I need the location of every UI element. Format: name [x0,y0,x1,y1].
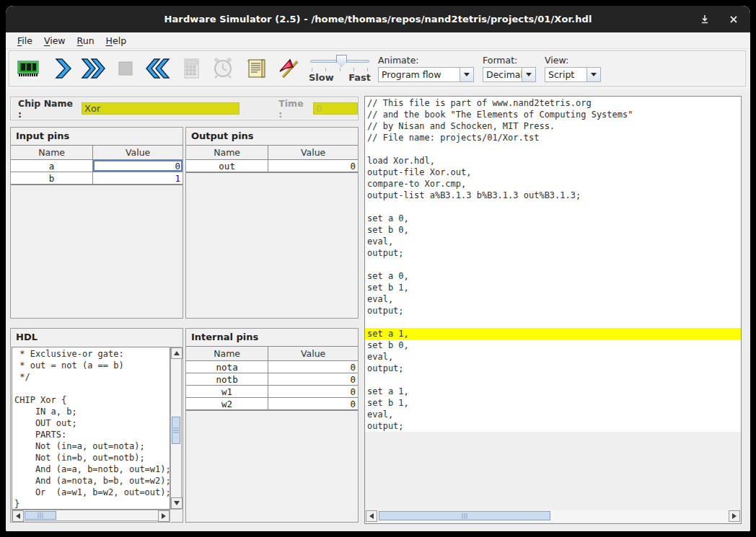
time-label: Time : [278,98,309,120]
script-line [365,143,741,155]
hdl-line: PARTS: [12,429,170,440]
pin-value-cell[interactable]: 0 [268,373,358,385]
hdl-horizontal-scrollbar[interactable] [12,510,170,521]
minimize-button[interactable] [698,13,711,26]
scroll-left-button[interactable] [366,510,377,522]
animate-select[interactable]: Program flow [378,67,474,82]
input-pins-panel: Input pins NameValuea0b1 [10,127,183,319]
run-icon [79,56,108,81]
menu-item-view[interactable]: View [38,33,71,48]
single-step-button[interactable] [46,53,78,84]
title-bar[interactable]: Hardware Simulator (2.5) - /home/thomas/… [6,6,750,32]
chevron-down-icon[interactable] [586,68,600,81]
pin-row-w2: w20 [186,398,358,410]
hdl-vscroll-thumb[interactable] [172,417,180,444]
run-button[interactable] [78,53,110,84]
pin-name: w1 [186,386,268,397]
stop-button [110,53,141,84]
slider-fast-label: Fast [348,72,371,83]
pin-table-header: NameValue [186,347,358,361]
rewind-icon [143,56,172,81]
hdl-line: And (a=a, b=notb, out=w1); [12,463,170,475]
format-select[interactable]: Decimal [483,67,536,82]
output-pins-title: Output pins [186,128,358,145]
script-line: set a 0, [365,270,741,282]
script-line: eval, [365,236,741,247]
script-line: set b 1, [365,282,741,293]
pin-name: b [11,172,93,184]
hdl-line: CHIP Xor { [12,394,170,406]
name-column-header: Name [11,146,93,159]
script-line: output-list a%B3.1.3 b%B3.1.3 out%B3.1.3… [365,190,741,201]
menu-item-file[interactable]: File [12,33,38,48]
speed-slider-thumb[interactable] [336,55,347,67]
rewind-button[interactable] [141,53,173,84]
menu-item-run[interactable]: Run [71,33,100,48]
pin-value-cell[interactable]: 0 [93,160,183,172]
eval-button [175,53,207,84]
pin-name: a [11,160,93,172]
chevron-down-icon[interactable] [460,68,473,81]
menu-bar: FileViewRunHelp [6,32,750,49]
eval-calculator-icon [178,56,204,81]
hdl-vertical-scrollbar[interactable] [170,347,182,510]
view-select[interactable]: Script [545,67,601,82]
script-view[interactable]: // This file is part of www.nand2tetris.… [365,97,741,432]
script-line: // File name: projects/01/Xor.tst [365,132,741,143]
script-line [365,259,741,270]
pin-value-cell[interactable]: 0 [268,160,358,172]
toolbar-wrap: Slow Fast Animate: Program flow Format: … [6,49,750,89]
chip-name-label: Chip Name : [18,98,77,120]
hdl-hscroll-thumb[interactable] [25,511,56,520]
hdl-line: */ [12,371,170,383]
hdl-line [12,383,170,394]
scroll-left-button[interactable] [12,510,24,522]
hdl-line: And (a=nota, b=b, out=w2); [12,475,170,487]
pin-value-cell[interactable]: 0 [268,398,358,409]
script-line: set b 0, [365,224,741,236]
pin-row-b: b1 [11,172,183,185]
chip-name-field[interactable]: Xor [82,102,239,115]
hardware-simulator-window: Hardware Simulator (2.5) - /home/thomas/… [6,6,750,531]
hdl-line: * Exclusive-or gate: [12,348,170,360]
hdl-line: OUT out; [12,417,170,429]
hdl-code-view[interactable]: * Exclusive-or gate: * out = not (a == b… [12,347,170,510]
clock-icon [210,56,236,81]
pin-value-cell[interactable]: 0 [268,386,358,397]
pin-name: out [186,160,268,172]
format-value: Decimal [483,68,522,81]
script-line: compare-to Xor.cmp, [365,178,741,190]
internal-pins-title: Internal pins [186,329,358,346]
load-script-button[interactable] [241,53,273,84]
output-pins-table: NameValueout0 [186,145,358,173]
script-line: // and the book "The Elements of Computi… [365,109,741,120]
pin-name: notb [186,373,268,385]
script-line: output-file Xor.out, [365,167,741,178]
scroll-right-button[interactable] [158,510,170,522]
pin-table-header: NameValue [186,146,358,160]
pin-name: nota [186,361,268,373]
menu-item-help[interactable]: Help [100,33,133,48]
breakpoints-icon [276,56,302,81]
scroll-up-button[interactable] [171,347,183,359]
breakpoints-button[interactable] [273,53,304,84]
script-panel: // This file is part of www.nand2tetris.… [364,96,742,524]
scroll-down-button[interactable] [171,497,183,509]
internal-pins-panel: Internal pins NameValuenota0notb0w10w20 [185,328,359,523]
input-pins-table: NameValuea0b1 [11,145,183,185]
scroll-right-button[interactable] [729,510,740,522]
script-hscroll-thumb[interactable] [379,511,550,520]
pin-value-cell[interactable]: 0 [268,361,358,373]
pin-row-w1: w10 [186,386,358,398]
chevron-down-icon[interactable] [522,68,535,81]
main-area: Chip Name : Xor Time : 0 Input pins Name… [6,89,750,531]
window-title: Hardware Simulator (2.5) - /home/thomas/… [164,14,592,25]
load-chip-button[interactable] [12,53,44,84]
hdl-title: HDL [11,329,183,346]
input-pins-title: Input pins [11,128,183,145]
script-horizontal-scrollbar[interactable] [366,510,740,523]
format-label: Format: [483,55,536,66]
format-combo-group: Format: Decimal [483,55,536,82]
pin-value-cell[interactable]: 1 [93,172,183,184]
close-button[interactable] [727,13,740,26]
